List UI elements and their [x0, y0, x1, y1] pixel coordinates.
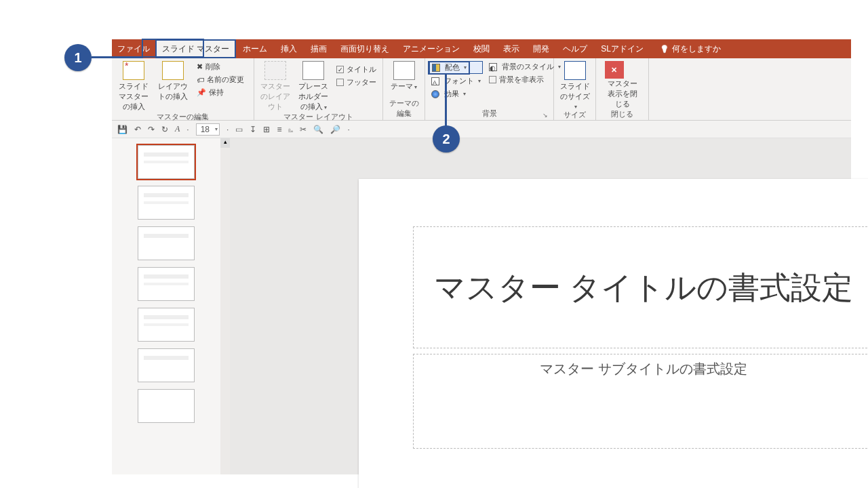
delete-button[interactable]: ✖削除 [195, 61, 246, 73]
subtitle-placeholder[interactable]: マスター サブタイトルの書式設定 [413, 354, 868, 449]
repeat-button[interactable]: ↻ [161, 125, 168, 134]
group-close: ✕ マスター表示を閉じる 閉じる [596, 58, 649, 120]
tab-draw[interactable]: 描画 [304, 39, 334, 58]
preserve-button[interactable]: 📌保持 [195, 87, 246, 98]
insert-layout-button[interactable]: レイアウトの挿入 [155, 61, 191, 102]
hide-background-checkbox[interactable]: 背景を非表示 [487, 74, 563, 85]
zoom-in-button[interactable]: 🔎 [330, 125, 340, 134]
delete-icon: ✖ [197, 62, 203, 71]
callout-2-line [445, 75, 447, 127]
save-button[interactable]: 💾 [117, 125, 127, 134]
tab-transition[interactable]: 画面切り替え [334, 39, 396, 58]
layout-thumb-2[interactable] [138, 186, 195, 220]
quick-access-toolbar: 💾 ↶ ↷ ↻ A · 18 · ▭ ↧ ⊞ ≡ ⎁ ✂ 🔍 🔎 · [112, 121, 851, 138]
group-size-label: サイズ [558, 110, 591, 121]
title-placeholder-text: マスター タイトルの書式設定 [434, 266, 854, 309]
qat-icon-5[interactable]: ⎁ [288, 125, 293, 134]
effects-button[interactable]: 効果 [429, 88, 483, 100]
colors-icon [432, 64, 440, 72]
background-styles-icon [489, 63, 497, 71]
thumbnail-pane[interactable] [112, 138, 220, 474]
group-edit-theme: テーマ テーマの編集 [383, 58, 425, 120]
redo-button[interactable]: ↷ [148, 125, 155, 134]
qat-icon-6[interactable]: ✂ [300, 125, 307, 134]
clear-format-button[interactable]: A [175, 124, 180, 134]
theme-icon [393, 61, 415, 80]
checkbox-unchecked-icon [489, 76, 496, 83]
scroll-up-button[interactable]: ▴ [220, 138, 230, 148]
qat-icon-2[interactable]: ↧ [250, 125, 256, 134]
tab-help[interactable]: ヘルプ [556, 39, 594, 58]
dialog-launcher-icon[interactable]: ↘ [542, 112, 548, 119]
thumb-scrollbar[interactable] [220, 148, 230, 474]
tab-sl-addin[interactable]: SLアドイン [594, 39, 650, 58]
slide-size-button[interactable]: スライドのサイズ [558, 61, 591, 110]
layout-thumb-1[interactable] [138, 145, 195, 179]
tab-developer[interactable]: 開発 [526, 39, 556, 58]
insert-slide-master-button[interactable]: スライド マスターの挿入 [116, 61, 151, 112]
tab-view[interactable]: 表示 [496, 39, 526, 58]
group-size: スライドのサイズ サイズ [554, 58, 596, 120]
master-layout-label: マスターのレイアウト [258, 81, 292, 112]
layout-thumb-7[interactable] [138, 389, 195, 423]
group-edit-master: スライド マスターの挿入 レイアウトの挿入 ✖削除 🏷名前の変更 📌保持 マスタ… [112, 58, 254, 120]
layout-thumb-3[interactable] [138, 226, 195, 260]
checkbox-unchecked-icon [336, 79, 344, 86]
insert-placeholder-label: プレースホルダーの挿入 [296, 81, 330, 112]
insert-slide-master-icon [123, 61, 144, 80]
ribbon-tabs: ファイル スライド マスター ホーム 挿入 描画 画面切り替え アニメーション … [112, 39, 851, 58]
zoom-out-button[interactable]: 🔍 [313, 125, 323, 134]
callout-1: 1 [64, 44, 92, 71]
slide-size-label: スライドのサイズ [558, 81, 591, 110]
edit-area: ▴ マスター タイトルの書式設定 マスター サブタイトルの書式設定 [112, 138, 851, 474]
theme-button[interactable]: テーマ [387, 61, 420, 92]
fonts-button[interactable]: フォント [429, 75, 483, 87]
rename-button[interactable]: 🏷名前の変更 [195, 74, 246, 85]
lightbulb-icon [660, 44, 669, 54]
slide[interactable]: マスター タイトルの書式設定 マスター サブタイトルの書式設定 [359, 179, 868, 488]
layout-thumb-5[interactable] [138, 308, 195, 342]
title-placeholder[interactable]: マスター タイトルの書式設定 [413, 226, 868, 348]
slide-canvas: マスター タイトルの書式設定 マスター サブタイトルの書式設定 [230, 138, 851, 474]
group-close-label: 閉じる [600, 109, 644, 121]
preserve-icon: 📌 [197, 88, 206, 97]
layout-thumb-6[interactable] [138, 348, 195, 382]
theme-label: テーマ [387, 81, 420, 92]
checkbox-checked-icon: ✓ [336, 66, 344, 73]
group-master-layout: マスターのレイアウト プレースホルダーの挿入 ✓タイトル フッター マスター レ… [254, 58, 383, 120]
callout-1-line [92, 56, 143, 58]
tab-file[interactable]: ファイル [112, 39, 155, 58]
colors-button[interactable]: 配色 [429, 61, 483, 74]
close-master-view-button[interactable]: ✕ マスター表示を閉じる [605, 61, 640, 109]
tell-me-search[interactable]: 何をしますか [650, 43, 721, 55]
master-layout-button: マスターのレイアウト [258, 61, 292, 112]
callout-2: 2 [433, 125, 460, 152]
insert-placeholder-button[interactable]: プレースホルダーの挿入 [296, 61, 330, 112]
background-styles-button[interactable]: 背景のスタイル [487, 61, 563, 73]
effects-icon [431, 90, 439, 98]
tab-insert[interactable]: 挿入 [274, 39, 304, 58]
insert-placeholder-icon [302, 61, 324, 80]
undo-button[interactable]: ↶ [134, 125, 141, 134]
close-icon: ✕ [605, 61, 624, 79]
qat-icon-3[interactable]: ⊞ [263, 125, 270, 134]
tab-review[interactable]: 校閲 [467, 39, 496, 58]
title-checkbox[interactable]: ✓タイトル [334, 64, 378, 75]
layout-thumb-4[interactable] [138, 267, 195, 301]
qat-icon-1[interactable]: ▭ [235, 125, 243, 134]
tab-slide-master[interactable]: スライド マスター [155, 39, 236, 58]
qat-icon-4[interactable]: ≡ [277, 125, 281, 134]
tell-me-label: 何をしますか [672, 43, 721, 55]
footer-checkbox[interactable]: フッター [334, 77, 378, 88]
rename-icon: 🏷 [197, 76, 204, 84]
font-size-selector[interactable]: 18 [196, 123, 220, 136]
master-layout-icon [264, 61, 286, 80]
slide-size-icon [564, 61, 586, 80]
insert-layout-icon [162, 61, 184, 80]
insert-slide-master-label: スライド マスターの挿入 [116, 81, 151, 112]
tab-animation[interactable]: アニメーション [396, 39, 467, 58]
subtitle-placeholder-text: マスター サブタイトルの書式設定 [540, 361, 747, 376]
ribbon: スライド マスターの挿入 レイアウトの挿入 ✖削除 🏷名前の変更 📌保持 マスタ… [112, 58, 851, 121]
tab-home[interactable]: ホーム [236, 39, 274, 58]
group-edit-theme-label: テーマの編集 [387, 98, 420, 120]
